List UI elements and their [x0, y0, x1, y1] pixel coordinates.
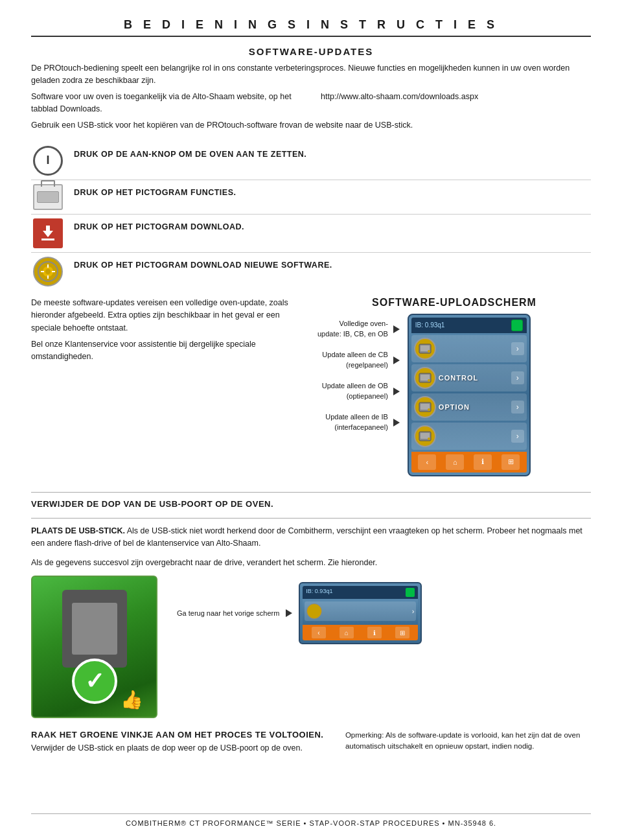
- oven-shape: [62, 590, 127, 668]
- section-title: SOFTWARE-UPDATES: [31, 46, 591, 57]
- device-green-button[interactable]: [511, 320, 523, 331]
- go-back-nav-home[interactable]: ⌂: [340, 627, 354, 638]
- power-icon: I: [33, 146, 63, 176]
- upload-label-3: Update alleen de OB(optiepaneel): [317, 376, 400, 407]
- step-3-icon-container: [31, 218, 65, 248]
- svg-point-15: [428, 379, 430, 382]
- svg-point-18: [428, 408, 430, 411]
- steps-section: I DRUK OP DE AAN-KNOP OM DE OVEN AAN TE …: [31, 142, 591, 290]
- separator-2: [31, 518, 591, 519]
- checkmark-step-text: Verwijder de USB-stick en plaats de dop …: [31, 742, 326, 754]
- nav-home-btn[interactable]: ⌂: [446, 454, 464, 470]
- illustration-box: 👍 ✓: [31, 576, 157, 718]
- go-back-nav-back[interactable]: ‹: [312, 627, 326, 638]
- page-header: B E D I E N I N G S I N S T R U C T I E …: [31, 18, 591, 37]
- device-version: IB: 0.93q1: [415, 321, 445, 329]
- upload-screen-container: Volledige oven-update: IB, CB, en OB Upd…: [317, 314, 591, 476]
- usb-hand-icon: 👍: [121, 689, 143, 710]
- step-1-icon-container: I: [31, 146, 65, 176]
- upload-label-1: Volledige oven-update: IB, CB, en OB: [317, 314, 400, 345]
- arrow-2: [393, 356, 400, 364]
- nav-back-btn[interactable]: ‹: [418, 454, 436, 470]
- step-1-text: DRUK OP DE AAN-KNOP OM DE OVEN AAN TE ZE…: [74, 146, 306, 160]
- nav-grid-btn[interactable]: ⊞: [501, 454, 520, 470]
- remark-section: Opmerking: Als de software-update is vor…: [345, 730, 591, 761]
- page-footer: COMBITHERM® CT PROFORMANCE™ SERIE • STAP…: [31, 813, 591, 827]
- step-1-row: I DRUK OP DE AAN-KNOP OM DE OVEN AAN TE …: [31, 142, 591, 180]
- step-4-text: DRUK OP HET PICTOGRAM DOWNLOAD NIEUWE SO…: [74, 257, 591, 271]
- device-row-1-icon: [414, 338, 436, 360]
- device-row-3-arrow: ›: [511, 401, 524, 414]
- device-bottom-nav: ‹ ⌂ ℹ ⊞: [411, 452, 527, 472]
- step-2-row: DRUK OP HET PICTOGRAM FUNCTIES.: [31, 180, 591, 214]
- step-3-row: DRUK OP HET PICTOGRAM DOWNLOAD.: [31, 214, 591, 252]
- url-link: http://www.alto-shaam.com/downloads.aspx: [321, 91, 591, 116]
- upload-label-1-text: Volledige oven-update: IB, CB, en OB: [317, 319, 388, 339]
- nav-info-btn[interactable]: ℹ: [474, 454, 492, 470]
- remark-text: Opmerking: Als de software-update is vor…: [345, 730, 591, 761]
- place-usb-bold: PLAATS DE USB-STICK.: [31, 526, 125, 535]
- bottom-two-col: RAAK HET GROENE VINKJE AAN OM HET PROCES…: [31, 730, 591, 761]
- checkmark-step-bold: RAAK HET GROENE VINKJE AAN OM HET PROCES…: [31, 730, 326, 740]
- go-back-nav-grid[interactable]: ⊞: [395, 627, 409, 638]
- go-back-row: ›: [305, 601, 416, 621]
- go-back-green-btn: [406, 588, 415, 597]
- upload-screen-section: SOFTWARE-UPLOADSCHERM Volledige oven-upd…: [317, 297, 591, 476]
- usb-intro-text: Gebruik een USB-stick voor het kopiëren …: [31, 119, 591, 132]
- intro-line1: De PROtouch-bediening speelt een belangr…: [31, 62, 591, 88]
- page: B E D I E N I N G S I N S T R U C T I E …: [0, 0, 622, 840]
- place-usb-section: PLAATS DE USB-STICK. Als de USB-stick ni…: [31, 525, 591, 550]
- toolbox-inner: [37, 191, 59, 203]
- upload-label-4-text: Update alleen de IB(interfacepaneel): [325, 412, 388, 432]
- upload-label-3-text: Update alleen de OB(optiepaneel): [322, 381, 388, 401]
- newsoftware-icon: [33, 257, 63, 286]
- upload-label-2-text: Update alleen de CB(regelpaneel): [322, 350, 388, 370]
- device-row-2-icon: [414, 367, 436, 389]
- svg-point-12: [428, 350, 430, 353]
- upload-screen-title: SOFTWARE-UPLOADSCHERM: [317, 297, 591, 309]
- go-back-label: Ga terug naar het vorige scherm: [177, 609, 279, 617]
- svg-point-5: [45, 269, 51, 274]
- checkmark-circle: ✓: [72, 659, 117, 704]
- svg-rect-1: [46, 226, 50, 232]
- go-back-device-body: ›: [303, 599, 418, 625]
- main-title: B E D I E N I N G S I N S T R U C T I E …: [31, 18, 591, 32]
- url-line: Software voor uw oven is toegankelijk vi…: [31, 91, 591, 116]
- upload-label-4: Update alleen de IB(interfacepaneel): [317, 407, 400, 438]
- device-mockup: IB: 0.93q1 ›: [408, 314, 531, 476]
- go-back-bar-text: IB: 0.93q1: [306, 588, 332, 597]
- step-2-icon-container: [31, 184, 65, 210]
- upload-labels: Volledige oven-update: IB, CB, en OB Upd…: [317, 314, 400, 438]
- upload-label-2: Update alleen de CB(regelpaneel): [317, 345, 400, 376]
- step-3-text: DRUK OP HET PICTOGRAM DOWNLOAD.: [74, 218, 244, 233]
- go-back-arrow: [286, 609, 292, 617]
- update-description: De meeste software-updates vereisen een …: [31, 297, 305, 476]
- go-back-nav: ‹ ⌂ ℹ ⊞: [303, 625, 418, 640]
- go-back-screen-mockup: IB: 0.93q1 › ‹ ⌂ ℹ ⊞: [299, 582, 422, 644]
- separator-1: [31, 492, 591, 493]
- oven-screen: [72, 603, 117, 655]
- device-row-3-label: OPTION: [439, 403, 509, 411]
- device-row-2-label: CONTROL: [439, 374, 509, 382]
- go-back-row-arrow: ›: [412, 607, 415, 615]
- update-desc-text1: De meeste software-updates vereisen een …: [31, 297, 305, 334]
- device-row-3: OPTION ›: [411, 393, 527, 421]
- device-row-1-arrow: ›: [511, 342, 524, 355]
- device-row-3-icon: [414, 396, 436, 418]
- arrow-1: [393, 325, 400, 333]
- step-2-text: DRUK OP HET PICTOGRAM FUNCTIES.: [74, 184, 236, 198]
- step-4-content: DRUK OP HET PICTOGRAM DOWNLOAD NIEUWE SO…: [74, 257, 591, 271]
- update-desc-text3: Bel onze Klantenservice voor assistentie…: [31, 338, 305, 364]
- svg-rect-2: [41, 239, 54, 240]
- go-back-top-bar: IB: 0.93q1: [303, 586, 418, 599]
- illustration-section: 👍 ✓ Ga terug naar het vorige scherm IB: …: [31, 576, 591, 718]
- go-back-nav-info[interactable]: ℹ: [367, 627, 382, 638]
- device-row-2-arrow: ›: [511, 371, 524, 384]
- step-4-icon-container: [31, 257, 65, 286]
- toolbox-icon: [33, 184, 63, 210]
- go-back-row-icon: [306, 603, 322, 619]
- arrow-3: [393, 388, 400, 395]
- two-col-section: De meeste software-updates vereisen een …: [31, 297, 591, 476]
- data-transfer-text: Als de gegevens succesvol zijn overgebra…: [31, 557, 591, 569]
- right-section: Ga terug naar het vorige scherm IB: 0.93…: [177, 576, 591, 644]
